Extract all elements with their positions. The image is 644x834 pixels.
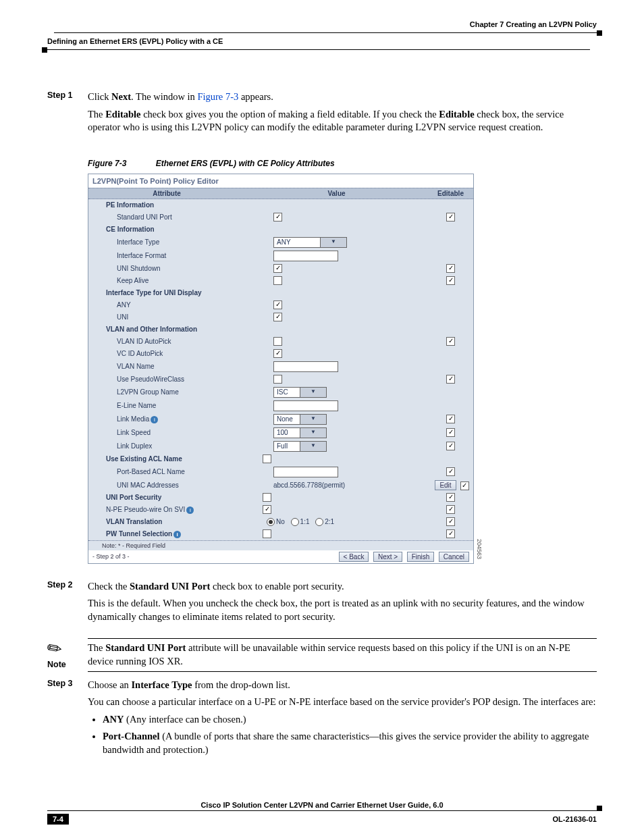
checkbox[interactable] [273,213,282,221]
step-2-body: Check the Standard UNI Port check box to… [88,580,597,628]
checkbox[interactable] [446,442,455,450]
text: (A bundle of ports that share the same c… [103,731,589,755]
textbox[interactable] [273,400,338,411]
back-button[interactable]: < Back [339,552,369,562]
checkbox[interactable] [273,264,282,273]
row-interface-format: Interface Format [88,249,473,263]
checkbox[interactable] [460,481,469,490]
checkbox[interactable] [446,415,455,423]
select[interactable]: ANY▼ [273,237,347,248]
row-acl-name: Port-Based ACL Name [88,465,473,479]
label: Link Media [117,415,149,423]
row-vcid-autopick: VC ID AutoPick [88,348,473,360]
row-standard-uni-port: Standard UNI Port [88,211,473,224]
figure-link[interactable]: Figure 7-3 [197,91,238,102]
text: Check the [88,581,130,592]
finish-button[interactable]: Finish [407,552,435,562]
chevron-down-icon: ▼ [320,238,346,247]
cancel-button[interactable]: Cancel [439,552,469,562]
label: VLAN and Other Information [88,324,259,334]
page-number: 7-4 [47,814,69,825]
checkbox[interactable] [273,276,282,285]
figure-caption: Figure 7-3 Ethernet ERS (EVPL) with CE P… [88,159,597,168]
text: The [88,109,105,120]
checkbox[interactable] [446,264,455,273]
checkbox[interactable] [446,517,455,526]
text: . The window in [131,91,197,102]
text: check box gives you the option of making… [141,109,439,120]
step-1-body: Click Next. The window in Figure 7-3 app… [88,90,597,138]
value-text: abcd.5566.7788(permit) [273,481,345,489]
list-item: Port-Channel (A bundle of ports that sha… [103,730,597,756]
checkbox[interactable] [263,529,271,538]
label: VC ID AutoPick [88,348,269,359]
checkbox[interactable] [273,313,282,321]
required-note: Note: * - Required Field [88,540,473,550]
checkbox[interactable] [446,493,455,502]
info-icon[interactable]: i [173,531,181,538]
step-3: Step 3 Choose an Interface Type from the… [47,679,597,761]
step-indicator: - Step 2 of 3 - [92,553,130,560]
textbox[interactable] [273,467,338,477]
info-icon[interactable]: i [186,506,194,514]
section-vlan-info: VLAN and Other Information [88,323,473,336]
col-attribute: Attribute [88,188,245,199]
radio-label: 2:1 [325,518,334,525]
radio-label: 1:1 [300,518,310,525]
radio-2-1[interactable] [315,518,323,526]
checkbox[interactable] [273,349,282,358]
radio-1-1[interactable] [291,518,299,526]
footer-bar: 7-4 OL-21636-01 [47,814,597,825]
section-pe: PE Information [88,199,473,211]
select[interactable]: None▼ [273,414,327,425]
checkbox[interactable] [446,276,455,285]
bullet-list: ANY (Any interface can be chosen.) Port-… [88,713,597,757]
info-icon[interactable]: i [151,416,158,423]
header-left: Defining an Ethernet ERS (EVPL) Policy w… [47,37,597,45]
checkbox[interactable] [273,375,282,384]
checkbox[interactable] [446,375,455,384]
checkbox[interactable] [446,505,455,514]
label: Interface Type for UNI Display [88,288,259,298]
text: appears. [238,91,273,102]
edit-button[interactable]: Edit [435,480,456,490]
chevron-down-icon: ▼ [300,428,326,438]
checkbox[interactable] [446,428,455,437]
radio-no[interactable] [267,518,275,526]
pencil-icon: ✎ [43,636,67,662]
text-bold: Editable [105,109,140,120]
content: Step 1 Click Next. The window in Figure … [47,90,597,760]
text: from the drop-down list. [192,679,290,690]
checkbox[interactable] [446,337,455,346]
select[interactable]: 100▼ [273,427,327,438]
header-rule-right [54,32,597,33]
label: Use PseudoWireClass [88,374,269,384]
label: UNI Port Security [88,492,259,502]
checkbox[interactable] [273,301,282,309]
select[interactable]: ISC▼ [273,387,327,398]
label: VLAN Name [88,361,269,371]
label: UNI MAC Addresses [88,480,269,490]
text: check box to enable port security. [210,581,344,592]
checkbox[interactable] [263,493,271,502]
page-footer: Cisco IP Solution Center L2VPN and Carri… [47,801,597,825]
row-link-speed: Link Speed100▼ [88,426,473,440]
checkbox[interactable] [446,529,455,538]
checkbox[interactable] [273,337,282,346]
textbox[interactable] [273,251,338,261]
select[interactable]: Full▼ [273,441,327,452]
header-rule-left [47,49,590,50]
label: PE Information [88,200,259,210]
step-2: Step 2 Check the Standard UNI Port check… [47,580,597,628]
textbox[interactable] [273,361,338,372]
section-pw-tunnel: PW Tunnel Selectioni [88,528,473,540]
checkbox[interactable] [263,505,271,514]
checkbox[interactable] [263,454,271,463]
checkbox[interactable] [446,467,455,476]
select-value: ISC [274,388,300,396]
figure-title: Ethernet ERS (EVPL) with CE Policy Attri… [156,159,335,168]
table-header: Attribute Value Editable [88,188,473,199]
next-button[interactable]: Next > [373,552,402,562]
text-bold: Port-Channel [103,731,160,741]
checkbox[interactable] [446,213,455,221]
